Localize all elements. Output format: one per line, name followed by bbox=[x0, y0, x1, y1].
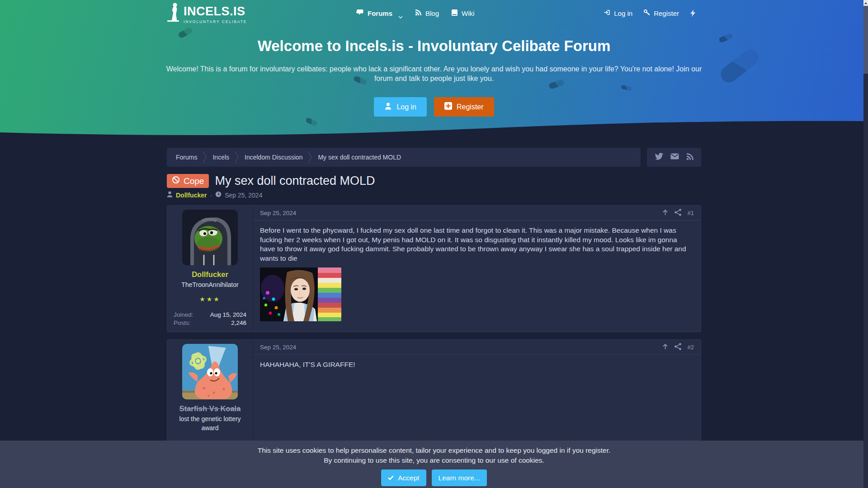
nav-item-wiki[interactable]: Wiki bbox=[451, 9, 474, 18]
thread-meta: Dollfucker · Sep 25, 2024 bbox=[167, 191, 701, 199]
thread-title: My sex doll contracted MOLD bbox=[215, 174, 375, 188]
thread-prefix-badge[interactable]: Cope bbox=[167, 174, 209, 188]
reputation-stars: ★★★ bbox=[199, 296, 221, 303]
cookie-line1: This site uses cookies to help personali… bbox=[0, 446, 868, 455]
thread-head: Cope My sex doll contracted MOLD Dollfuc… bbox=[167, 174, 701, 199]
lightning-bolt-icon[interactable] bbox=[690, 9, 696, 17]
site-logo[interactable]: INCELS.IS INVOLUNTARY CELIBATE bbox=[167, 2, 247, 24]
post-2-header: Sep 25, 2024 #2 bbox=[253, 340, 701, 355]
posts-label: Posts: bbox=[174, 319, 191, 326]
email-icon[interactable] bbox=[670, 153, 679, 161]
avatar-pepe-hoodie[interactable] bbox=[182, 210, 238, 265]
post-1-body: Before I went to the phycward, I fucked … bbox=[253, 221, 701, 327]
hero-subtitle-line1: Welcome! This is a forum for involuntary… bbox=[165, 64, 703, 74]
top-navbar: INCELS.IS INVOLUNTARY CELIBATE Forums bbox=[167, 0, 701, 26]
hero-login-button[interactable]: Log in bbox=[374, 97, 427, 117]
post-actions: #1 bbox=[662, 209, 694, 217]
thread-date: Sep 25, 2024 bbox=[225, 192, 262, 199]
brand-name: INCELS.IS bbox=[184, 5, 247, 18]
avatar-patrick-star[interactable] bbox=[182, 344, 238, 399]
meta-separator: · bbox=[210, 192, 212, 199]
post-author-member-title: TheTroonAnnihilator bbox=[176, 281, 244, 290]
clock-icon bbox=[215, 191, 222, 199]
check-icon bbox=[388, 474, 394, 482]
nav-item-forums[interactable]: Forums bbox=[356, 9, 392, 17]
scroll-up-button[interactable] bbox=[863, 0, 868, 6]
sign-in-icon bbox=[604, 9, 610, 17]
post-2-body: HAHAHAHA, IT'S A GIRAFFE! bbox=[253, 355, 701, 375]
post-number-link[interactable]: #2 bbox=[688, 344, 694, 351]
author-stats: Joined: Aug 15, 2024 Posts: 2,246 bbox=[174, 310, 246, 326]
pill-decoration bbox=[621, 84, 632, 91]
wave-divider bbox=[0, 115, 868, 138]
cookie-notice: This site uses cookies to help personali… bbox=[0, 441, 868, 488]
post-2-text: HAHAHAHA, IT'S A GIRAFFE! bbox=[260, 360, 694, 370]
nav-item-blog[interactable]: Blog bbox=[415, 9, 439, 17]
hero-banner: INCELS.IS INVOLUNTARY CELIBATE Forums bbox=[0, 0, 868, 138]
attached-doll-photo[interactable] bbox=[260, 267, 341, 321]
breadcrumb-separator bbox=[308, 148, 312, 167]
incels-figure-icon bbox=[167, 2, 179, 24]
posts-value: 2,246 bbox=[231, 319, 246, 326]
scroll-thumb[interactable] bbox=[863, 6, 868, 74]
post-number-link[interactable]: #1 bbox=[688, 210, 694, 216]
post-author-name[interactable]: Starfish Vs Koala bbox=[179, 404, 241, 413]
joined-value: Aug 15, 2024 bbox=[210, 311, 246, 318]
joined-label: Joined: bbox=[174, 311, 193, 318]
nav-login-link[interactable]: Log in bbox=[604, 9, 632, 17]
hero-title: Welcome to Incels.is - Involuntary Celib… bbox=[0, 38, 868, 55]
breadcrumb-separator bbox=[203, 148, 207, 167]
nav-right-group: Log in Register bbox=[604, 9, 701, 17]
hero-subtitle: Welcome! This is a forum for involuntary… bbox=[165, 64, 703, 83]
post-1-header: Sep 25, 2024 #1 bbox=[253, 206, 701, 221]
blog-feed-icon bbox=[415, 9, 422, 17]
post-1: Dollfucker TheTroonAnnihilator ★★★ Joine… bbox=[167, 205, 701, 332]
person-icon bbox=[384, 102, 392, 112]
brand-tagline: INVOLUNTARY CELIBATE bbox=[184, 19, 247, 24]
chat-bubbles-icon bbox=[356, 9, 364, 17]
nav-menu: Forums Blog bbox=[356, 0, 474, 26]
cookie-learn-more-button[interactable]: Learn more... bbox=[432, 469, 487, 486]
plus-square-icon bbox=[444, 102, 452, 112]
book-icon bbox=[451, 9, 458, 18]
post-actions: #2 bbox=[662, 343, 694, 352]
post-author-member-title: lost the genetic lottery award bbox=[176, 415, 244, 432]
arrow-up-icon[interactable] bbox=[662, 343, 668, 351]
thread-author-link[interactable]: Dollfucker bbox=[176, 192, 207, 199]
post-1-text: Before I went to the phycward, I fucked … bbox=[260, 226, 694, 263]
breadcrumb: Forums Incels Inceldom Discussion My sex… bbox=[167, 148, 641, 167]
twitter-icon[interactable] bbox=[655, 153, 663, 162]
hero-subtitle-line2: forum and talk to people just like you. bbox=[165, 74, 703, 83]
post-author-name[interactable]: Dollfucker bbox=[192, 270, 228, 279]
breadcrumb-item-incels[interactable]: Incels bbox=[207, 154, 235, 161]
breadcrumb-separator bbox=[235, 148, 239, 167]
share-icon[interactable] bbox=[675, 343, 681, 352]
breadcrumb-item-inceldom-discussion[interactable]: Inceldom Discussion bbox=[239, 154, 308, 161]
post-1-author-sidebar: Dollfucker TheTroonAnnihilator ★★★ Joine… bbox=[167, 206, 253, 332]
post-1-main: Sep 25, 2024 #1 bbox=[253, 206, 701, 332]
pill-decoration bbox=[178, 27, 193, 39]
hero-buttons: Log in Register bbox=[0, 97, 868, 117]
breadcrumb-row: Forums Incels Inceldom Discussion My sex… bbox=[167, 148, 701, 167]
breadcrumb-item-forums[interactable]: Forums bbox=[170, 154, 203, 161]
nav-register-link[interactable]: Register bbox=[643, 9, 679, 17]
user-icon bbox=[167, 191, 173, 199]
rss-icon[interactable] bbox=[686, 153, 694, 162]
breadcrumb-item-current: My sex doll contracted MOLD bbox=[312, 154, 406, 161]
key-icon bbox=[643, 9, 650, 17]
cookie-accept-button[interactable]: Accept bbox=[381, 469, 426, 486]
cookie-line2: By continuing to use this site, you are … bbox=[0, 456, 868, 465]
social-links-box bbox=[647, 148, 701, 167]
post-date: Sep 25, 2024 bbox=[260, 210, 296, 216]
arrow-up-icon[interactable] bbox=[662, 209, 668, 217]
chevron-down-icon[interactable] bbox=[398, 12, 403, 20]
scrollbar[interactable] bbox=[863, 0, 868, 488]
post-date: Sep 25, 2024 bbox=[260, 344, 296, 351]
share-icon[interactable] bbox=[675, 209, 681, 217]
hero-register-button[interactable]: Register bbox=[434, 97, 494, 117]
prohibition-icon bbox=[172, 176, 180, 186]
